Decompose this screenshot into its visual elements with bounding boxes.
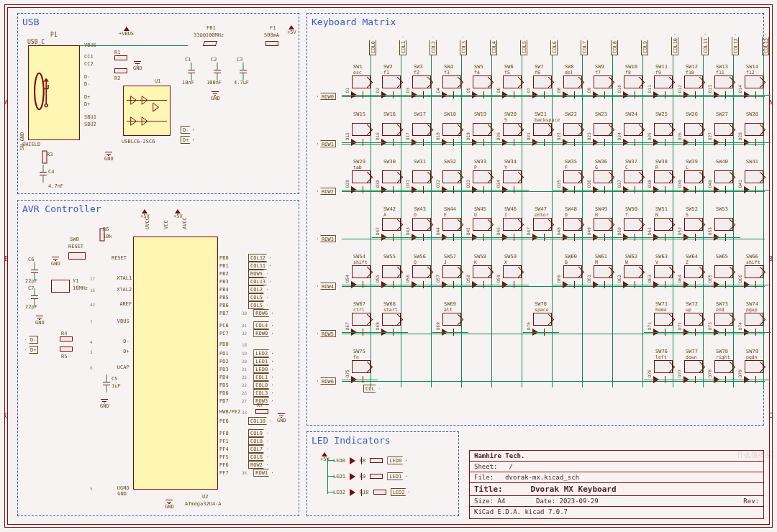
key-switch-cell: SW32D32 [440,159,468,199]
led-icon [350,457,355,464]
sw-keyname: D [565,212,568,218]
switch-icon [654,360,673,373]
switch-icon [654,170,673,183]
net-d-plus: D+ [181,136,194,144]
switch-icon [412,170,431,183]
matrix-row-label: ROW1 [317,140,336,147]
r1 [114,55,127,60]
key-switch-cell: SW25D25 [651,111,680,152]
switch-icon [624,123,642,136]
switch-icon [563,75,582,88]
switch-icon [624,218,642,231]
matrix-col-label: COL0 [369,37,376,55]
key-switch-cell: SW17D17 [409,111,438,152]
sw-refdes: SW67 [353,301,365,307]
key-switch-cell: SW65D65 [712,254,740,294]
sw-refdes: SW57 [444,254,456,260]
sw-keyname: home [655,307,667,313]
diode-refdes: D59 [496,275,501,283]
sw-keyname: M [595,260,598,265]
sw-refdes: SW6 [504,64,514,70]
key-switch-cell: SW19D19 [470,111,499,152]
sw-keyname: esc [353,70,362,75]
sw-refdes: SW51 [655,206,668,212]
diode-refdes: D53 [707,227,712,235]
diode-refdes: D76 [647,370,652,377]
diode-refdes: D29 [345,180,350,188]
sw-refdes: SW75 [353,349,365,354]
usb-esd-ic [123,86,171,136]
switch-icon [473,218,491,231]
matrix-row-label: ROW6 [317,377,336,385]
sw-keyname: f7 [595,70,601,75]
diode-refdes: D77 [677,370,682,377]
diode-refdes: D13 [707,85,712,93]
section-avr: AVR Controller +5V +5V U2 ATmega32U4-A U… [17,200,299,516]
sw-keyname: W [625,260,628,265]
switch-icon [412,218,431,231]
switch-icon [684,170,703,183]
section-usb: USB P1 USB_C VBUS CC1 CC2 D- D- D+ D+ SB… [17,13,299,194]
switch-icon [594,265,612,278]
mcu-pin-left: 6UCAP [90,364,130,370]
switch-icon [442,265,461,278]
key-switch-cell: SW75fnD75 [349,349,378,389]
sw-keyname: S [686,212,689,218]
key-switch-cell: SW13f11D13 [712,64,740,104]
sw-refdes: SW35 [565,159,577,165]
switch-icon [563,123,582,136]
sw-refdes: SW45 [474,206,486,212]
key-switch-cell: SW2f1D2 [379,64,408,104]
diode-refdes: D4 [435,88,440,93]
key-switch-cell: SW72upD72 [681,301,710,341]
watermark: 什么值得买 [737,450,773,460]
sw-refdes: SW53 [716,206,728,212]
key-switch-cell: SW30D30 [379,159,408,199]
sw-refdes: SW28 [746,111,758,117]
sw-keyname: enter [535,212,549,218]
switch-icon [412,75,431,88]
sw-refdes: SW15 [353,111,365,117]
net-d-minus: D- [181,126,194,134]
switch-icon [654,123,673,136]
key-switch-cell: SW70spaceD70 [530,301,559,341]
sw-keyname: 5 [504,117,507,123]
diode-refdes: D11 [647,85,652,93]
mcu-pin-top: VCC [163,220,169,229]
key-switch-cell: SW12f10D12 [681,64,710,104]
mcu-pin-right: PB730ROW6 [219,309,273,317]
diode-refdes: D25 [647,132,652,140]
mcu-pin-right: PB2ROW5 [219,270,268,278]
diode-refdes: D44 [435,227,440,235]
usb-icon [33,59,53,124]
diode-refdes: D3 [405,88,410,93]
key-switch-cell: SW41D41 [742,159,771,199]
diode-refdes: D68 [375,322,380,330]
key-switch-cell: SW46ID46 [500,206,529,247]
sw-keyname: f6 [535,70,540,75]
mcu-pin-right: PB0COL12 [219,254,271,262]
sw-refdes: SW23 [595,111,607,117]
diode-refdes: D61 [586,275,591,283]
sw-refdes: SW12 [686,64,698,70]
usb-connector: P1 USB_C [28,45,80,140]
diode-refdes: D65 [707,275,712,283]
diode-refdes: D46 [496,227,501,235]
diode-refdes: D16 [375,132,380,140]
diode-refdes: D75 [345,370,350,377]
switch-icon [503,170,522,183]
switch-icon [745,170,763,183]
sw-refdes: SW50 [625,206,637,212]
sw-keyname: T [625,212,628,218]
switch-icon [654,75,673,88]
switch-icon [684,75,703,88]
sw-refdes: SW3 [414,64,423,70]
diode-refdes: D41 [737,180,742,188]
mcu-pin-left: 4D- [90,339,130,344]
diode-refdes: D1 [345,88,350,93]
diode-refdes: D37 [617,180,622,188]
matrix-col-label: COL4 [490,37,497,55]
mcu-pin-left: 3D+ [90,349,130,354]
key-switch-cell: SW29tabD29 [349,159,378,199]
diode-refdes: D32 [435,180,440,188]
